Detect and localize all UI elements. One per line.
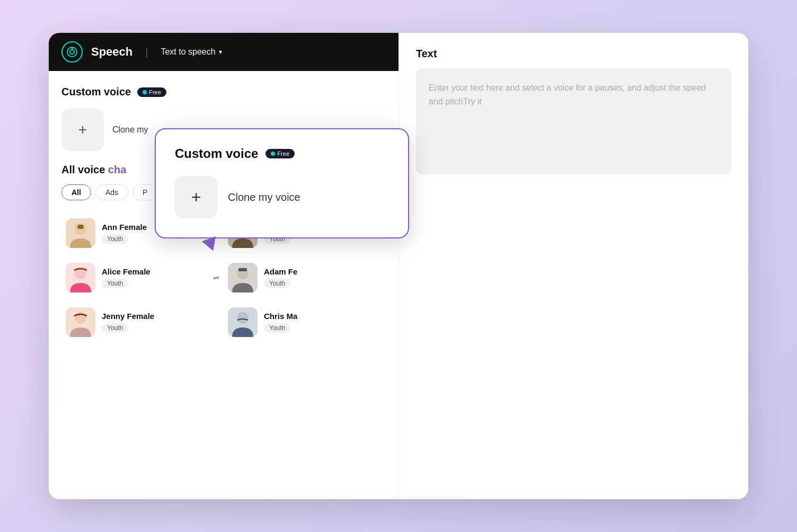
- voice-tag-antoni: Youth: [264, 234, 290, 244]
- voice-avatar-chris: [228, 307, 258, 337]
- voice-avatar-antoni: [228, 218, 258, 248]
- all-voice-highlight: cha: [108, 164, 126, 175]
- free-badge-dot: [143, 90, 147, 94]
- voice-avatar-jenny: [66, 307, 95, 337]
- clone-voice-label: Clone my: [112, 125, 148, 135]
- voice-item-adam[interactable]: Adam Fe Youth: [224, 255, 386, 300]
- free-badge-label: Free: [149, 89, 161, 95]
- all-voice-title: All voice cha: [61, 164, 386, 176]
- voice-avatar-ann: [66, 218, 95, 248]
- left-panel: Custom voice Free + Clone my All voice c…: [49, 71, 398, 359]
- voice-info-antoni: Antoni M Youth: [264, 223, 382, 244]
- voice-avatar-alice: [66, 263, 95, 292]
- navbar: Speech | Text to speech ▾: [49, 33, 398, 71]
- custom-voice-section-header: Custom voice Free: [61, 86, 386, 98]
- svg-rect-5: [77, 225, 84, 229]
- voice-avatar-adam: [228, 263, 258, 292]
- custom-voice-title: Custom voice: [61, 86, 131, 98]
- voice-item-antoni[interactable]: Antoni M Youth: [224, 211, 386, 255]
- svg-rect-12: [238, 268, 247, 271]
- voice-name-antoni: Antoni M: [264, 223, 382, 232]
- voice-item-jenny[interactable]: Jenny Female Youth: [61, 300, 224, 344]
- nav-divider: |: [145, 46, 148, 58]
- voice-name-jenny: Jenny Female: [102, 312, 219, 321]
- right-panel-title: Text: [416, 48, 731, 60]
- voice-grid: Ann Female Youth: [61, 211, 386, 344]
- voice-tag-adam: Youth: [264, 279, 290, 288]
- voice-name-alice: Alice Female: [102, 267, 219, 276]
- filter-tab-ads[interactable]: Ads: [95, 184, 128, 200]
- filter-tab-p[interactable]: P: [132, 184, 157, 200]
- voice-item-alice[interactable]: Alice Female Youth ⇌: [61, 255, 224, 300]
- voice-info-adam: Adam Fe Youth: [264, 267, 382, 288]
- voice-info-chris: Chris Ma Youth: [264, 312, 382, 333]
- voice-tag-alice: Youth: [102, 279, 128, 288]
- nav-dropdown-label: Text to speech: [161, 47, 215, 57]
- filter-tab-all[interactable]: All: [61, 184, 91, 200]
- nav-dropdown[interactable]: Text to speech ▾: [161, 47, 222, 57]
- voice-item-ann[interactable]: Ann Female Youth: [61, 211, 224, 255]
- logo-icon: [61, 41, 83, 63]
- voice-info-alice: Alice Female Youth: [102, 267, 219, 288]
- free-badge: Free: [137, 87, 166, 97]
- voice-info-jenny: Jenny Female Youth: [102, 312, 219, 333]
- text-input-area[interactable]: Enter your text here and select a voice …: [416, 68, 731, 174]
- clone-voice-row: + Clone my: [61, 109, 386, 151]
- voice-item-chris[interactable]: Chris Ma Youth: [224, 300, 386, 344]
- voice-name-adam: Adam Fe: [264, 267, 382, 276]
- voice-name-chris: Chris Ma: [264, 312, 382, 321]
- clone-voice-button[interactable]: +: [61, 109, 104, 151]
- voice-info-ann: Ann Female Youth: [102, 223, 219, 244]
- voice-settings-icon[interactable]: ⇌: [213, 273, 219, 282]
- voice-tag-chris: Youth: [264, 323, 290, 333]
- logo-text: Speech: [91, 45, 132, 59]
- right-panel: Text Enter your text here and select a v…: [398, 33, 748, 499]
- chevron-down-icon: ▾: [219, 48, 222, 56]
- svg-point-1: [70, 50, 74, 54]
- filter-tabs: All Ads P: [61, 184, 386, 200]
- voice-tag-ann: Youth: [102, 234, 128, 244]
- voice-tag-jenny: Youth: [102, 323, 128, 333]
- voice-name-ann: Ann Female: [102, 223, 219, 232]
- text-input-placeholder: Enter your text here and select a voice …: [429, 81, 719, 108]
- svg-point-16: [237, 312, 249, 324]
